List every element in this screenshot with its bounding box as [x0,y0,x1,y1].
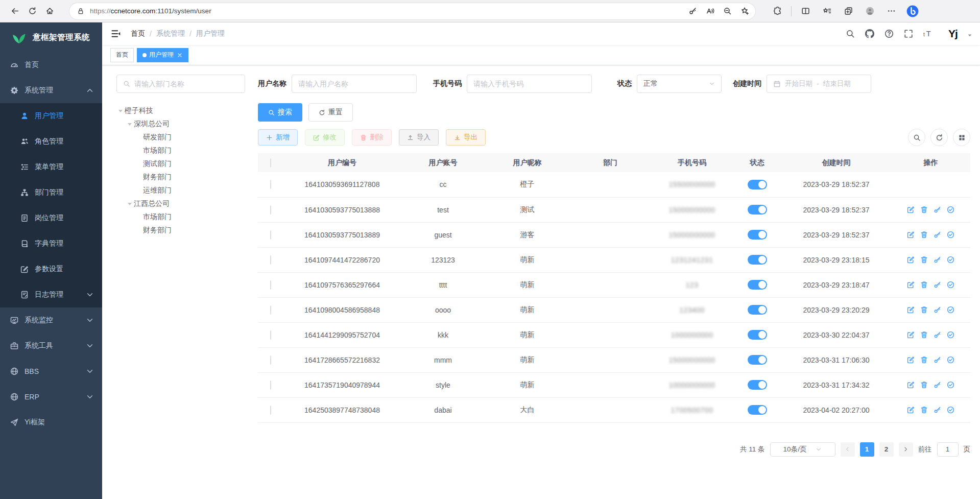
row-checkbox[interactable] [270,406,271,415]
breadcrumb-system[interactable]: 系统管理 [156,29,185,38]
sidebar-item-user-mgmt[interactable]: 用户管理 [0,103,102,129]
row-reset-password-button[interactable] [934,206,941,213]
row-edit-button[interactable] [907,206,915,213]
sidebar-item-yi-framework[interactable]: Yi框架 [0,410,102,435]
row-checkbox[interactable] [270,381,271,390]
sidebar-item-system-mgmt[interactable]: 系统管理 [0,78,102,103]
row-checkbox[interactable] [270,255,271,265]
row-reset-password-button[interactable] [934,306,941,314]
reset-button[interactable]: 重置 [308,103,353,122]
password-key-icon[interactable] [685,4,700,18]
tree-expand-caret-icon[interactable] [126,121,134,128]
tree-node[interactable]: 研发部门 [116,131,245,144]
select-all-checkbox[interactable] [270,158,271,168]
row-reset-password-button[interactable] [934,231,941,239]
row-delete-button[interactable] [920,406,928,414]
row-edit-button[interactable] [907,356,915,364]
dept-search-field[interactable] [116,75,245,93]
edit-button[interactable]: 修改 [305,129,345,146]
sidebar-item-log-mgmt[interactable]: 日志管理 [0,282,102,307]
row-delete-button[interactable] [920,381,928,389]
prev-page-button[interactable] [841,442,855,457]
row-delete-button[interactable] [920,306,928,314]
row-assign-role-button[interactable] [947,231,954,239]
row-assign-role-button[interactable] [947,331,954,339]
avatar-caret-down-icon[interactable] [967,32,973,38]
help-icon[interactable] [882,27,896,41]
row-edit-button[interactable] [907,231,915,239]
row-edit-button[interactable] [907,331,915,339]
import-button[interactable]: 导入 [399,129,439,146]
row-checkbox[interactable] [270,305,271,315]
row-delete-button[interactable] [920,231,928,239]
sidebar-item-system-tools[interactable]: 系统工具 [0,333,102,359]
status-toggle[interactable] [748,280,767,290]
delete-button[interactable]: 删除 [352,129,392,146]
row-checkbox[interactable] [270,230,271,240]
zoom-out-icon[interactable] [720,4,735,18]
status-toggle[interactable] [748,355,767,365]
favorite-add-icon[interactable] [737,4,752,18]
status-toggle[interactable] [748,180,767,189]
row-checkbox[interactable] [270,180,271,189]
page-size-select[interactable]: 10条/页 [770,442,835,457]
next-page-button[interactable] [899,442,913,457]
sidebar-item-system-monitor[interactable]: 系统监控 [0,307,102,333]
row-edit-button[interactable] [907,256,915,264]
sidebar-item-param-settings[interactable]: 参数设置 [0,256,102,282]
column-settings-button[interactable] [953,129,970,146]
row-edit-button[interactable] [907,406,915,414]
favorites-icon[interactable] [818,3,835,19]
copilot-icon[interactable] [904,3,921,19]
extensions-icon[interactable] [769,3,786,19]
page-number-1[interactable]: 1 [860,442,874,457]
row-reset-password-button[interactable] [934,356,941,364]
row-edit-button[interactable] [907,306,915,314]
table-refresh-button[interactable] [930,129,948,146]
more-options-icon[interactable] [882,3,900,19]
sidebar-item-menu-mgmt[interactable]: 菜单管理 [0,154,102,180]
browser-back-icon[interactable] [6,3,23,19]
header-search-icon[interactable] [843,27,857,41]
tree-expand-caret-icon[interactable] [116,107,125,114]
status-select[interactable]: 正常 [637,75,722,93]
row-assign-role-button[interactable] [947,306,954,314]
tab-close-icon[interactable] [177,52,183,58]
tree-node[interactable]: 市场部门 [116,210,245,224]
username-input[interactable] [298,80,410,88]
address-bar[interactable]: https://ccnetcore.com:1101/system/user [69,3,755,19]
row-edit-button[interactable] [907,281,915,289]
row-assign-role-button[interactable] [947,256,954,264]
row-delete-button[interactable] [920,331,928,339]
search-button[interactable]: 搜索 [258,103,302,122]
username-field[interactable] [292,75,417,93]
export-button[interactable]: 导出 [446,129,486,146]
browser-refresh-icon[interactable] [23,3,41,19]
row-reset-password-button[interactable] [934,331,941,339]
read-aloud-icon[interactable] [702,4,718,18]
sidebar-item-dict-mgmt[interactable]: 字典管理 [0,231,102,256]
table-search-toggle-button[interactable] [908,129,925,146]
sidebar-item-dept-mgmt[interactable]: 部门管理 [0,180,102,205]
tree-node[interactable]: 运维部门 [116,184,245,197]
status-toggle[interactable] [748,255,767,265]
row-checkbox[interactable] [270,330,271,340]
sidebar-item-post-mgmt[interactable]: 岗位管理 [0,205,102,231]
user-avatar[interactable]: Yj [944,25,962,42]
tree-node[interactable]: 江西总公司 [116,197,245,210]
breadcrumb-home[interactable]: 首页 [131,29,145,38]
tree-node[interactable]: 财务部门 [116,171,245,184]
page-number-2[interactable]: 2 [879,442,894,457]
status-toggle[interactable] [748,330,767,340]
tree-node[interactable]: 橙子科技 [116,104,245,117]
tab-home[interactable]: 首页 [110,48,134,62]
tab-user-mgmt[interactable]: 用户管理 [137,48,188,62]
add-button[interactable]: 新增 [258,129,298,146]
row-assign-role-button[interactable] [947,406,954,414]
status-toggle[interactable] [748,230,767,240]
sidebar-collapse-icon[interactable] [107,25,125,42]
sidebar-item-bbs[interactable]: BBS [0,359,102,384]
app-logo[interactable]: 意框架管理系统 [0,22,102,52]
sidebar-item-home[interactable]: 首页 [0,52,102,78]
github-icon[interactable] [863,27,877,41]
